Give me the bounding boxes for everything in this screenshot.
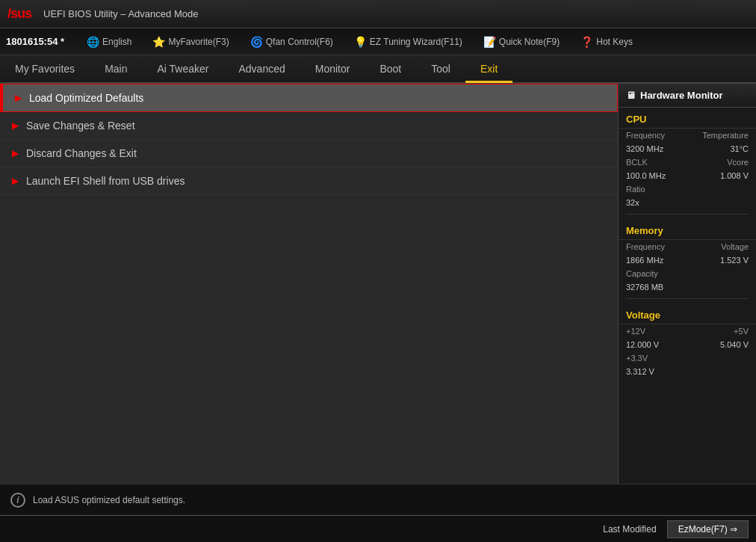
arrow-icon: ▶ (12, 120, 19, 131)
asus-logo: /sus (7, 6, 31, 22)
tab-tool[interactable]: Tool (416, 57, 465, 81)
bios-title: UEFI BIOS Utility – Advanced Mode (43, 8, 198, 19)
fan-icon: 🌀 (250, 36, 263, 48)
hotkeys-icon: ❓ (580, 36, 593, 48)
mem-capacity-label: Capacity (626, 269, 658, 278)
cpu-bclk-vcore-values: 100.0 MHz 1.008 V (619, 169, 756, 182)
menu-item-save-reset[interactable]: ▶ Save Changes & Reset (0, 112, 618, 140)
header-bar: /sus UEFI BIOS Utility – Advanced Mode (0, 0, 756, 28)
content-area: ▶ Load Optimized Defaults ▶ Save Changes… (0, 84, 618, 484)
cpu-ratio-label: Ratio (626, 185, 645, 194)
cpu-vcore-value: 1.008 V (720, 171, 749, 180)
info-icon: i (10, 493, 25, 508)
cpu-vcore-label: Vcore (727, 158, 749, 167)
tab-main[interactable]: Main (90, 57, 142, 81)
last-modified-button[interactable]: Last Modified (592, 521, 666, 538)
star-icon: ⭐ (152, 36, 165, 48)
mem-capacity-value: 32768 MB (626, 283, 663, 292)
mem-frequency-value: 1866 MHz (626, 256, 663, 265)
tab-exit[interactable]: Exit (465, 57, 512, 83)
v12-v5-values: 12.000 V 5.040 V (619, 338, 756, 351)
language-icon: 🌐 (87, 36, 99, 48)
ez-mode-arrow: ⇒ (730, 524, 737, 535)
toolbar-qfan[interactable]: 🌀 Qfan Control(F6) (246, 34, 338, 49)
v5-label: +5V (734, 327, 749, 336)
cpu-frequency-label: Frequency (626, 131, 665, 140)
cpu-ratio-header: Ratio (619, 182, 756, 196)
menu-item-launch-shell[interactable]: ▶ Launch EFI Shell from USB drives (0, 167, 618, 195)
mem-frequency-label: Frequency (626, 242, 665, 251)
cpu-freq-temp-header: Frequency Temperature (619, 129, 756, 142)
cpu-bclk-vcore-header: BCLK Vcore (619, 155, 756, 169)
monitor-icon: 🖥 (626, 90, 636, 101)
mem-freq-voltage-header: Frequency Voltage (619, 240, 756, 253)
toolbar-hot-keys[interactable]: ❓ Hot Keys (576, 34, 637, 49)
toolbar-myfavorite[interactable]: ⭐ MyFavorite(F3) (148, 34, 233, 49)
toolbar: 1801615:54 * 🌐 English ⭐ MyFavorite(F3) … (0, 28, 756, 55)
arrow-icon: ▶ (15, 93, 22, 103)
voltage-section-title: Voltage (619, 304, 756, 324)
v33-value-row: 3.312 V (619, 365, 756, 378)
menu-item-load-optimized[interactable]: ▶ Load Optimized Defaults (0, 84, 618, 112)
tuning-icon: 💡 (354, 36, 367, 48)
v5-value: 5.040 V (720, 340, 749, 349)
mem-freq-voltage-values: 1866 MHz 1.523 V (619, 253, 756, 267)
cpu-temperature-value: 31°C (730, 144, 749, 153)
mem-capacity-value-row: 32768 MB (619, 280, 756, 294)
sidebar-title: 🖥 Hardware Monitor (619, 84, 756, 108)
v12-label: +12V (626, 327, 645, 336)
memory-section-title: Memory (619, 219, 756, 240)
mem-capacity-header: Capacity (619, 267, 756, 280)
tab-boot[interactable]: Boot (365, 57, 416, 81)
v33-header: +3.3V (619, 351, 756, 365)
cpu-frequency-value: 3200 MHz (626, 144, 663, 153)
tab-advanced[interactable]: Advanced (223, 57, 300, 81)
v33-label: +3.3V (626, 354, 648, 363)
v12-value: 12.000 V (626, 340, 659, 349)
toolbar-ez-tuning[interactable]: 💡 EZ Tuning Wizard(F11) (350, 34, 467, 49)
mem-voltage-value: 1.523 V (720, 256, 749, 265)
status-text: Load ASUS optimized default settings. (33, 495, 185, 505)
tab-monitor[interactable]: Monitor (300, 57, 365, 81)
hardware-monitor-sidebar: 🖥 Hardware Monitor CPU Frequency Tempera… (618, 84, 756, 484)
cpu-bclk-label: BCLK (626, 158, 648, 167)
toolbar-language[interactable]: 🌐 English (82, 34, 136, 49)
toolbar-quick-note[interactable]: 📝 Quick Note(F9) (479, 34, 564, 49)
mem-voltage-label: Voltage (721, 242, 749, 251)
cpu-freq-temp-values: 3200 MHz 31°C (619, 142, 756, 155)
tab-ai-tweaker[interactable]: Ai Tweaker (142, 57, 223, 81)
note-icon: 📝 (483, 36, 496, 48)
main-layout: ▶ Load Optimized Defaults ▶ Save Changes… (0, 84, 756, 484)
memory-divider (626, 298, 749, 299)
cpu-bclk-value: 100.0 MHz (626, 171, 666, 180)
cpu-section-title: CPU (619, 108, 756, 129)
cpu-divider (626, 214, 749, 215)
arrow-icon: ▶ (12, 148, 19, 158)
arrow-icon: ▶ (12, 176, 19, 186)
v33-value: 3.312 V (626, 367, 654, 376)
status-bar: i Load ASUS optimized default settings. (0, 484, 756, 515)
tab-my-favorites[interactable]: My Favorites (0, 57, 90, 81)
v12-v5-header: +12V +5V (619, 324, 756, 338)
nav-tabs: My Favorites Main Ai Tweaker Advanced Mo… (0, 55, 756, 84)
cpu-ratio-value-row: 32x (619, 196, 756, 209)
menu-item-discard-exit[interactable]: ▶ Discard Changes & Exit (0, 140, 618, 167)
cpu-ratio-value: 32x (626, 198, 639, 207)
cpu-temperature-label: Temperature (702, 131, 749, 140)
bottom-bar: Last Modified EzMode(F7) ⇒ (0, 515, 756, 542)
ez-mode-button[interactable]: EzMode(F7) ⇒ (667, 520, 749, 538)
clock-display: 1801615:54 * (6, 36, 64, 47)
